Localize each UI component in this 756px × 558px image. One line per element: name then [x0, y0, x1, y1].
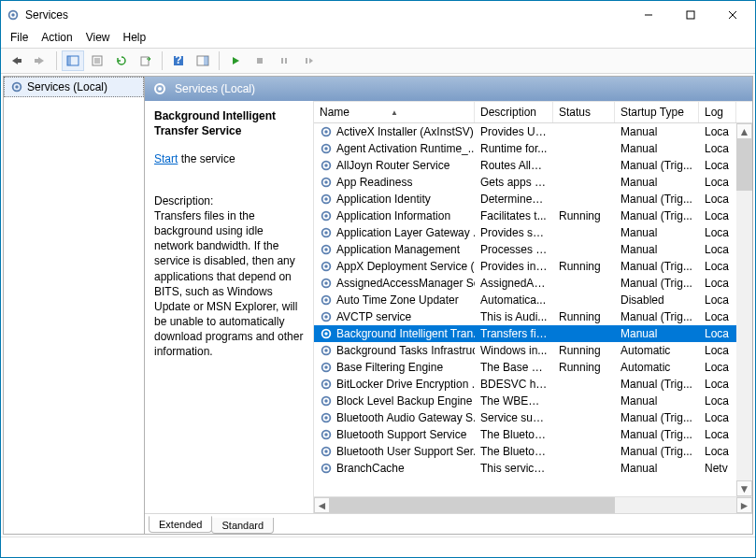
service-row[interactable]: Bluetooth Support ServiceThe Bluetoo...M…	[314, 426, 752, 443]
maximize-button[interactable]	[669, 1, 711, 29]
service-startup: Manual	[615, 141, 699, 156]
show-hide-tree-button[interactable]	[62, 50, 84, 71]
menu-view[interactable]: View	[86, 31, 110, 44]
service-row[interactable]: BitLocker Drive Encryption ...BDESVC hos…	[314, 376, 752, 393]
service-status: Running	[553, 343, 615, 358]
col-logon[interactable]: Log	[699, 102, 736, 122]
horizontal-scrollbar[interactable]: ◄ ►	[314, 496, 752, 513]
service-logon: Loca	[699, 141, 736, 156]
close-button[interactable]	[711, 1, 753, 29]
svg-rect-7	[35, 59, 38, 63]
service-row[interactable]: Application Layer Gateway ...Provides su…	[314, 224, 752, 241]
forward-button[interactable]	[29, 50, 51, 71]
action-panel-button[interactable]	[192, 50, 214, 71]
menu-file[interactable]: File	[10, 31, 28, 44]
content: Background Intelligent Transfer Service …	[145, 101, 752, 513]
scroll-right-icon[interactable]: ►	[736, 497, 752, 513]
menu-action[interactable]: Action	[41, 31, 72, 44]
tree-root-item[interactable]: Services (Local)	[4, 77, 144, 97]
service-row[interactable]: Application InformationFacilitates t...R…	[314, 207, 752, 224]
col-description[interactable]: Description	[475, 102, 553, 122]
help-button[interactable]: ?	[167, 50, 190, 71]
services-window: Services File Action View Help ?	[0, 0, 756, 558]
service-logon: Loca	[699, 410, 736, 425]
col-startup[interactable]: Startup Type	[615, 102, 699, 122]
scroll-track[interactable]	[330, 497, 736, 513]
service-name: BranchCache	[336, 462, 405, 475]
scroll-thumb[interactable]	[736, 139, 752, 191]
gear-icon	[320, 243, 333, 256]
service-description: BDESVC hos...	[475, 377, 553, 392]
services-grid[interactable]: Name▲ Description Status Startup Type Lo…	[313, 101, 752, 513]
start-service-button[interactable]	[224, 50, 247, 71]
back-button[interactable]	[5, 50, 27, 71]
service-row[interactable]: AppX Deployment Service (...Provides inf…	[314, 258, 752, 275]
right-pane-title: Services (Local)	[175, 82, 255, 95]
gear-icon	[320, 344, 333, 357]
service-row[interactable]: Bluetooth Audio Gateway S...Service sup.…	[314, 409, 752, 426]
service-row[interactable]: AssignedAccessManager Se...AssignedAc...…	[314, 275, 752, 292]
service-row[interactable]: Block Level Backup Engine ...The WBENG..…	[314, 393, 752, 409]
tab-standard[interactable]: Standard	[211, 518, 274, 534]
start-service-link[interactable]: Start	[154, 152, 178, 165]
minimize-button[interactable]	[627, 1, 669, 29]
svg-point-28	[324, 130, 328, 134]
service-row[interactable]: Background Tasks Infrastruc...Windows in…	[314, 342, 752, 359]
restart-service-button[interactable]	[297, 50, 320, 71]
col-name[interactable]: Name▲	[314, 102, 475, 122]
service-row[interactable]: Agent Activation Runtime_...Runtime for.…	[314, 140, 752, 157]
scroll-left-icon[interactable]: ◄	[314, 497, 330, 513]
menu-help[interactable]: Help	[123, 31, 147, 44]
service-name: Bluetooth Audio Gateway S...	[336, 411, 475, 424]
refresh-button[interactable]	[110, 50, 133, 71]
pause-service-button[interactable]	[273, 50, 295, 71]
service-logon: Loca	[699, 259, 736, 274]
service-name: Application Identity	[336, 193, 431, 206]
vertical-scrollbar[interactable]: ▲ ▼	[736, 123, 752, 496]
service-row[interactable]: Background Intelligent Tran...Transfers …	[314, 325, 752, 342]
description-text: Transfers files in the background using …	[154, 208, 304, 360]
service-row[interactable]: BranchCacheThis service ...ManualNetv	[314, 460, 752, 477]
service-status	[553, 232, 615, 234]
service-startup: Manual (Trig...	[615, 309, 699, 324]
service-description: Runtime for...	[475, 141, 553, 156]
stop-service-button[interactable]	[249, 50, 271, 71]
service-row[interactable]: Base Filtering EngineThe Base Fil...Runn…	[314, 359, 752, 376]
svg-rect-20	[281, 58, 283, 64]
service-logon: Loca	[699, 377, 736, 392]
service-row[interactable]: Auto Time Zone UpdaterAutomatica...Disab…	[314, 292, 752, 308]
service-startup: Manual (Trig...	[615, 444, 699, 459]
col-status[interactable]: Status	[553, 102, 615, 122]
service-startup: Manual	[615, 393, 699, 408]
service-row[interactable]: Application IdentityDetermines ...Manual…	[314, 191, 752, 207]
service-status	[553, 383, 615, 385]
svg-point-52	[324, 332, 328, 336]
properties-button[interactable]	[86, 50, 108, 71]
svg-rect-19	[257, 58, 263, 64]
service-row[interactable]: Application ManagementProcesses in...Man…	[314, 241, 752, 258]
scroll-up-icon[interactable]: ▲	[736, 123, 752, 139]
service-row[interactable]: AllJoyn Router ServiceRoutes AllJo...Man…	[314, 157, 752, 174]
scroll-down-icon[interactable]: ▼	[736, 480, 752, 496]
service-row[interactable]: App ReadinessGets apps re...ManualLoca	[314, 174, 752, 191]
service-row[interactable]: Bluetooth User Support Ser...The Bluetoo…	[314, 443, 752, 460]
grid-header: Name▲ Description Status Startup Type Lo…	[314, 101, 752, 123]
service-name: Background Intelligent Tran...	[336, 327, 475, 340]
service-startup: Manual (Trig...	[615, 427, 699, 442]
scroll-track[interactable]	[736, 139, 752, 480]
app-gear-icon	[7, 8, 20, 21]
service-status	[553, 417, 615, 419]
scroll-thumb[interactable]	[330, 497, 615, 513]
gear-icon	[320, 394, 333, 408]
svg-point-54	[324, 349, 328, 352]
service-description: Provides inf...	[475, 259, 553, 274]
gear-icon	[320, 327, 333, 340]
tree-pane[interactable]: Services (Local)	[3, 76, 145, 535]
tab-extended[interactable]: Extended	[149, 516, 212, 533]
export-button[interactable]	[135, 50, 157, 71]
service-startup: Manual	[615, 124, 699, 139]
service-row[interactable]: AVCTP serviceThis is Audi...RunningManua…	[314, 308, 752, 325]
service-row[interactable]: ActiveX Installer (AxInstSV)Provides Us.…	[314, 123, 752, 140]
gear-icon	[320, 310, 333, 323]
svg-point-58	[324, 382, 328, 386]
